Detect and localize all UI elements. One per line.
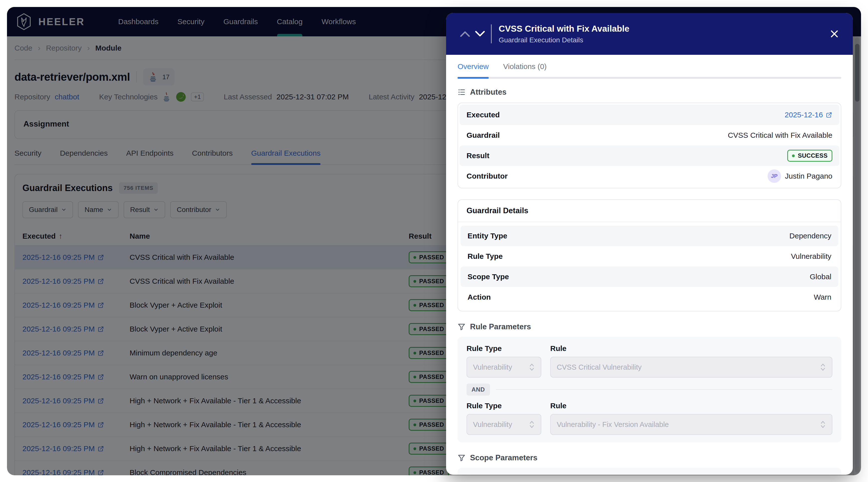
- detail-label: Scope Type: [467, 272, 509, 281]
- status-badge: SUCCESS: [787, 150, 832, 162]
- guardrail-details-card: Guardrail Details Entity TypeDependencyR…: [458, 199, 841, 311]
- rule-type-select[interactable]: Vulnerability: [467, 414, 541, 435]
- drawer-body: Attributes Executed2025-12-16GuardrailCV…: [446, 79, 853, 475]
- select-updown-icon: [529, 420, 535, 429]
- detail-value: Dependency: [789, 232, 831, 240]
- avatar: JP: [768, 169, 781, 183]
- select-updown-icon: [529, 363, 535, 372]
- detail-value: Vulnerability: [791, 252, 831, 261]
- attribute-label: Guardrail: [467, 131, 500, 139]
- drawer-subtitle: Guardrail Execution Details: [499, 36, 629, 44]
- next-record-button[interactable]: [472, 28, 488, 40]
- rule-type-label: Rule Type: [467, 401, 541, 410]
- scope-parameters-panel: [458, 468, 841, 475]
- and-operator-badge: AND: [467, 384, 490, 395]
- detail-row: Scope TypeGlobal: [461, 266, 838, 287]
- chevron-up-icon: [460, 30, 470, 38]
- rows-icon: [458, 88, 466, 96]
- divider: [491, 24, 492, 43]
- chevron-down-icon: [474, 30, 486, 38]
- attribute-row: ContributorJPJustin Pagano: [460, 166, 839, 186]
- close-icon: [829, 29, 839, 39]
- guardrail-execution-drawer: CVSS Critical with Fix Available Guardra…: [446, 13, 853, 475]
- attribute-row: Executed2025-12-16: [460, 105, 839, 125]
- attribute-value: CVSS Critical with Fix Available: [728, 131, 832, 139]
- detail-label: Rule Type: [467, 252, 503, 261]
- drawer-header: CVSS Critical with Fix Available Guardra…: [446, 13, 853, 55]
- detail-label: Entity Type: [467, 232, 507, 240]
- and-divider: AND: [467, 384, 832, 395]
- drawer-tab-violations-0-[interactable]: Violations (0): [503, 62, 547, 79]
- detail-row: Rule TypeVulnerability: [461, 246, 838, 266]
- select-updown-icon: [820, 363, 826, 372]
- rule-type-select[interactable]: Vulnerability: [467, 357, 541, 378]
- attribute-value: Justin Pagano: [785, 172, 832, 180]
- attribute-label: Contributor: [467, 172, 508, 180]
- rule-parameters-panel: Rule TypeRuleVulnerabilityCVSS Critical …: [458, 337, 841, 442]
- rule-label: Rule: [550, 401, 566, 410]
- detail-value: Global: [810, 272, 831, 281]
- rule-type-label: Rule Type: [467, 344, 541, 353]
- select-updown-icon: [820, 420, 826, 429]
- scope-parameters-section-header: Scope Parameters: [458, 453, 841, 462]
- drawer-tab-overview[interactable]: Overview: [458, 62, 489, 79]
- rule-parameters-section-header: Rule Parameters: [458, 322, 841, 331]
- attribute-value-link[interactable]: 2025-12-16: [785, 110, 832, 119]
- detail-value: Warn: [814, 293, 831, 301]
- drawer-title: CVSS Critical with Fix Available: [499, 24, 629, 34]
- attribute-row: GuardrailCVSS Critical with Fix Availabl…: [460, 125, 839, 146]
- rule-select[interactable]: Vulnerability - Fix Version Available: [550, 414, 832, 435]
- attribute-row: ResultSUCCESS: [460, 146, 839, 166]
- funnel-icon: [458, 454, 466, 462]
- close-button[interactable]: [827, 27, 841, 41]
- external-link-icon: [826, 111, 832, 118]
- drawer-tabs: OverviewViolations (0): [446, 55, 853, 79]
- funnel-icon: [458, 323, 466, 331]
- detail-row: ActionWarn: [461, 287, 838, 308]
- details-card-title: Guardrail Details: [458, 200, 841, 222]
- attribute-label: Executed: [467, 110, 500, 119]
- rule-label: Rule: [550, 344, 566, 353]
- detail-row: Entity TypeDependency: [461, 226, 838, 246]
- status-dot-icon: [792, 155, 795, 157]
- rule-select[interactable]: CVSS Critical Vulnerability: [550, 357, 832, 378]
- attributes-section-header: Attributes: [458, 88, 841, 97]
- attribute-label: Result: [467, 152, 490, 160]
- detail-label: Action: [467, 293, 491, 301]
- attributes-card: Executed2025-12-16GuardrailCVSS Critical…: [458, 103, 841, 188]
- previous-record-button[interactable]: [458, 28, 472, 40]
